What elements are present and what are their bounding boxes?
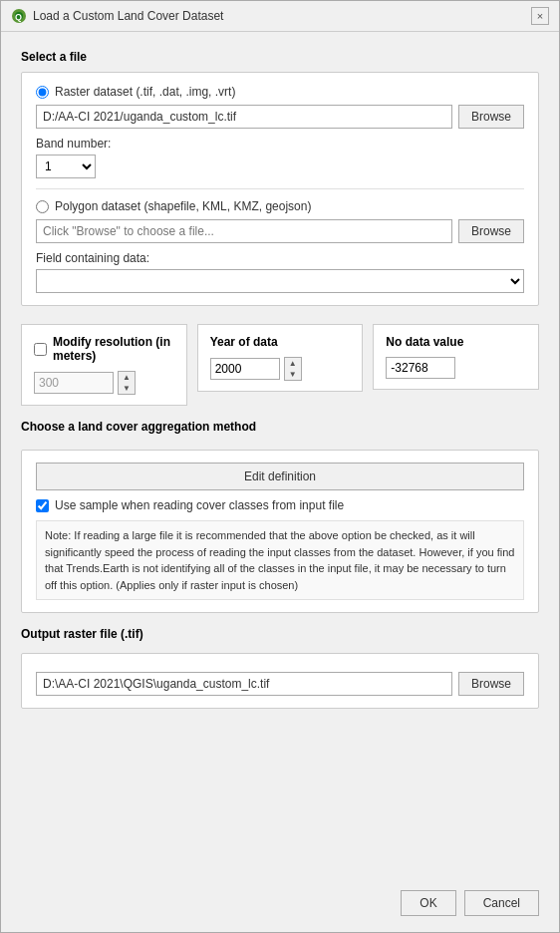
use-sample-checkbox[interactable] xyxy=(36,499,49,512)
svg-text:Q: Q xyxy=(15,12,22,22)
output-title: Output raster file (.tif) xyxy=(21,627,539,641)
polygon-file-row: Browse xyxy=(36,219,524,243)
polygon-radio[interactable] xyxy=(36,200,49,213)
use-sample-row: Use sample when reading cover classes fr… xyxy=(36,498,524,512)
nodata-input[interactable] xyxy=(386,357,455,379)
resolution-box: Modify resolution (in meters) ▲ ▼ xyxy=(21,324,187,406)
select-file-title: Select a file xyxy=(21,50,539,64)
raster-label-text: Raster dataset (.tif, .dat, .img, .vrt) xyxy=(55,85,235,99)
select-file-section: Select a file Raster dataset (.tif, .dat… xyxy=(21,50,539,306)
polygon-browse-button[interactable]: Browse xyxy=(458,219,524,243)
output-section: Output raster file (.tif) Browse xyxy=(21,627,539,709)
close-button[interactable]: × xyxy=(531,7,549,25)
year-input-row: ▲ ▼ xyxy=(210,357,351,381)
nodata-box-label: No data value xyxy=(386,335,526,349)
edit-definition-button[interactable]: Edit definition xyxy=(36,463,524,490)
raster-path-input[interactable] xyxy=(36,105,452,129)
raster-file-row: Browse xyxy=(36,105,524,129)
raster-radio[interactable] xyxy=(36,86,49,99)
year-input[interactable] xyxy=(210,358,280,380)
ok-button[interactable]: OK xyxy=(401,890,455,916)
field-containing-label: Field containing data: xyxy=(36,251,524,265)
polygon-path-input[interactable] xyxy=(36,219,452,243)
resolution-spin-down[interactable]: ▼ xyxy=(119,383,135,394)
main-window: Q Load a Custom Land Cover Dataset × Sel… xyxy=(0,0,560,933)
title-bar-left: Q Load a Custom Land Cover Dataset xyxy=(11,8,223,24)
field-containing-row: Field containing data: xyxy=(36,251,524,293)
resolution-input[interactable] xyxy=(34,372,114,394)
polygon-radio-label[interactable]: Polygon dataset (shapefile, KML, KMZ, ge… xyxy=(36,199,524,213)
band-number-select[interactable]: 1 xyxy=(36,155,96,178)
output-file-row: Browse xyxy=(36,672,524,696)
resolution-spinners: ▲ ▼ xyxy=(118,371,136,395)
title-text: Load a Custom Land Cover Dataset xyxy=(33,9,223,23)
year-box-label: Year of data xyxy=(210,335,351,349)
year-spin-down[interactable]: ▼ xyxy=(285,369,301,380)
use-sample-label: Use sample when reading cover classes fr… xyxy=(55,498,344,512)
polygon-label-text: Polygon dataset (shapefile, KML, KMZ, ge… xyxy=(55,199,311,213)
resolution-box-label: Modify resolution (in meters) xyxy=(34,335,174,363)
footer-buttons: OK Cancel xyxy=(1,880,559,932)
title-bar: Q Load a Custom Land Cover Dataset × xyxy=(1,1,559,32)
radio-group: Raster dataset (.tif, .dat, .img, .vrt) xyxy=(36,85,524,99)
cancel-button[interactable]: Cancel xyxy=(464,890,539,916)
qgis-logo-icon: Q xyxy=(11,8,27,24)
field-containing-select[interactable] xyxy=(36,269,524,293)
aggregation-section: Choose a land cover aggregation method E… xyxy=(21,420,539,613)
year-box: Year of data ▲ ▼ xyxy=(197,324,364,392)
aggregation-panel: Edit definition Use sample when reading … xyxy=(21,450,539,613)
output-panel: Browse xyxy=(21,653,539,709)
year-spinners: ▲ ▼ xyxy=(284,357,302,381)
raster-radio-label[interactable]: Raster dataset (.tif, .dat, .img, .vrt) xyxy=(36,85,524,99)
resolution-input-row: ▲ ▼ xyxy=(34,371,174,395)
note-text: Note: If reading a large file it is reco… xyxy=(36,520,524,600)
resolution-section: Modify resolution (in meters) ▲ ▼ Year o… xyxy=(21,324,539,406)
output-browse-button[interactable]: Browse xyxy=(458,672,524,696)
polygon-section: Polygon dataset (shapefile, KML, KMZ, ge… xyxy=(36,188,524,293)
raster-browse-button[interactable]: Browse xyxy=(458,105,524,129)
year-spin-up[interactable]: ▲ xyxy=(285,358,301,369)
resolution-label-text: Modify resolution (in meters) xyxy=(53,335,174,363)
select-file-panel: Raster dataset (.tif, .dat, .img, .vrt) … xyxy=(21,72,539,306)
resolution-spin-up[interactable]: ▲ xyxy=(119,372,135,383)
year-label-text: Year of data xyxy=(210,335,278,349)
dialog-content: Select a file Raster dataset (.tif, .dat… xyxy=(1,32,559,880)
nodata-label-text: No data value xyxy=(386,335,463,349)
output-path-input[interactable] xyxy=(36,672,452,696)
band-number-label: Band number: xyxy=(36,137,524,151)
nodata-box: No data value xyxy=(373,324,539,390)
aggregation-title: Choose a land cover aggregation method xyxy=(21,420,539,434)
resolution-checkbox[interactable] xyxy=(34,343,47,356)
